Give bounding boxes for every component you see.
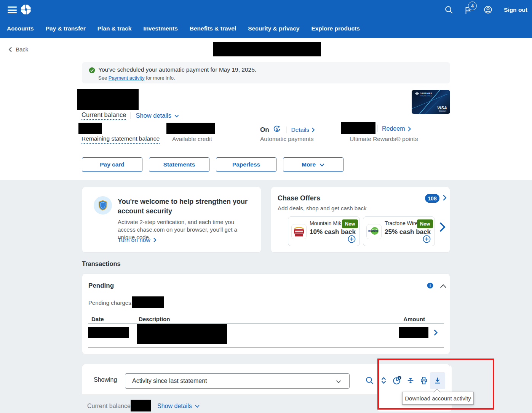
offer-merchant-name: Mountain Mik...	[310, 220, 346, 226]
security-promo-card: You're welcome to help strengthen your a…	[82, 187, 261, 253]
transactions-heading: Transactions	[82, 260, 121, 267]
chase-offers-card: Chase Offers 108 Add deals, shop and get…	[271, 187, 450, 253]
statements-button[interactable]: Statements	[149, 157, 209, 172]
card-tier: Signature	[439, 110, 446, 112]
credit-card-image: SAPPHIRE PREFERRED VISA Signature	[412, 90, 450, 114]
pay-card-button[interactable]: Pay card	[82, 157, 142, 172]
divider	[131, 112, 131, 119]
card-network: VISA	[437, 106, 447, 110]
offers-header-chevron-icon[interactable]	[443, 194, 447, 203]
redeem-link[interactable]: Redeem	[382, 125, 411, 132]
show-details-link[interactable]: Show details	[136, 112, 179, 119]
remaining-statement-label[interactable]: Remaining statement balance	[81, 135, 160, 144]
offers-scroll-right-button[interactable]	[439, 222, 446, 234]
offer-tile-tracfone[interactable]: Tracfone Tracfone Wirel... New 25% cash …	[363, 216, 435, 246]
collapse-chevron-icon[interactable]	[440, 283, 447, 290]
redacted-remaining-balance	[78, 123, 102, 134]
shield-icon	[94, 196, 112, 215]
profile-icon[interactable]	[483, 5, 493, 16]
redacted-transaction-description	[137, 324, 227, 344]
banner-message: You've scheduled your automatic payment …	[98, 66, 256, 73]
nav-plan-track[interactable]: Plan & track	[97, 25, 132, 32]
current-balance-row: Current balance Show details	[81, 111, 179, 120]
nav-investments[interactable]: Investments	[143, 25, 177, 32]
svg-text:$: $	[276, 127, 278, 131]
svg-text:$: $	[399, 376, 400, 379]
tracfone-logo: Tracfone	[366, 224, 382, 239]
download-icon[interactable]	[433, 376, 442, 387]
paperless-button[interactable]: Paperless	[216, 157, 276, 172]
card-name-line1: SAPPHIRE	[420, 92, 432, 94]
page: 4 Sign out Accounts Pay & transfer Plan …	[0, 0, 532, 413]
search-transactions-icon[interactable]	[365, 376, 374, 387]
payment-activity-link[interactable]: Payment activity	[109, 75, 145, 81]
sort-expand-icon[interactable]	[379, 376, 388, 386]
redacted-available-credit	[166, 123, 215, 134]
mountain-mikes-logo	[291, 224, 307, 239]
divider	[377, 125, 377, 132]
check-circle-icon	[89, 67, 95, 75]
nav-explore-products[interactable]: Explore products	[311, 25, 359, 32]
transaction-row-chevron-icon[interactable]	[433, 329, 438, 338]
chevron-down-icon	[174, 114, 179, 118]
card-name-line2: PREFERRED	[420, 95, 432, 97]
column-header-date: Date	[91, 316, 104, 322]
column-header-description: Description	[139, 316, 170, 322]
available-credit-label: Available credit	[172, 136, 212, 142]
current-balance-label[interactable]: Current balance	[81, 111, 126, 120]
showing-label: Showing	[94, 376, 117, 383]
hamburger-menu-icon[interactable]	[8, 6, 17, 15]
spending-chart-icon[interactable]: $	[392, 376, 402, 387]
chase-logo-icon[interactable]	[21, 4, 31, 16]
autopay-row: On $ Details	[260, 125, 315, 135]
rewards-label: Ultimate Rewards® points	[350, 136, 418, 142]
security-title: You're welcome to help strengthen your a…	[118, 197, 249, 216]
autopay-label: Automatic payments	[260, 136, 313, 142]
back-link[interactable]: Back	[8, 46, 28, 53]
redacted-rewards-points	[341, 122, 375, 134]
add-offer-icon[interactable]	[422, 235, 431, 245]
more-button[interactable]: More	[283, 157, 343, 172]
top-header-bar: 4 Sign out Accounts Pay & transfer Plan …	[0, 0, 532, 38]
table-row-divider	[88, 347, 444, 347]
nav-benefits-travel[interactable]: Benefits & travel	[190, 25, 236, 32]
autopay-details-link[interactable]: Details	[291, 126, 315, 133]
offer-new-badge: New	[342, 219, 358, 228]
chevron-down-icon	[195, 404, 200, 408]
offers-title: Chase Offers	[278, 194, 320, 202]
bottom-show-details-link[interactable]: Show details	[157, 403, 200, 410]
notification-count-badge: 4	[468, 2, 477, 10]
redacted-pending-amount	[132, 296, 164, 308]
divider	[154, 399, 154, 412]
pending-charges-label: Pending charges:	[88, 299, 133, 306]
collapse-rows-icon[interactable]	[406, 376, 415, 386]
turn-on-now-link[interactable]: Turn on now	[118, 237, 157, 243]
redacted-transaction-date	[88, 327, 129, 338]
chevron-left-icon	[8, 46, 12, 53]
offer-tile-mountain-mikes[interactable]: Mountain Mik... New 10% cash back	[288, 216, 360, 246]
offers-count-badge: 108	[425, 194, 439, 203]
divider	[286, 126, 286, 133]
column-header-amount: Amount	[396, 316, 425, 322]
info-icon[interactable]	[427, 282, 433, 290]
autopay-refresh-icon: $	[273, 125, 281, 135]
chevron-down-icon	[319, 163, 325, 167]
banner-subtext: See Payment activity for more info.	[98, 75, 175, 81]
chevron-right-icon	[312, 127, 315, 133]
search-icon[interactable]	[444, 5, 454, 16]
chevron-right-icon	[407, 126, 411, 132]
print-icon[interactable]	[419, 376, 428, 387]
offers-subtitle: Add deals, shop and get cash back	[278, 205, 367, 211]
nav-security-privacy[interactable]: Security & privacy	[248, 25, 299, 32]
bottom-current-balance-label: Current balance	[87, 403, 131, 410]
redacted-account-title	[213, 42, 321, 56]
add-offer-icon[interactable]	[347, 235, 356, 245]
nav-accounts[interactable]: Accounts	[7, 25, 34, 32]
main-nav: Accounts Pay & transfer Plan & track Inv…	[7, 25, 360, 32]
autopay-success-banner: You've scheduled your automatic payment …	[82, 62, 450, 83]
activity-filter-select[interactable]: Activity since last statement	[125, 373, 350, 389]
table-header-divider	[88, 323, 444, 323]
nav-pay-transfer[interactable]: Pay & transfer	[46, 25, 86, 32]
sign-out-button[interactable]: Sign out	[504, 6, 527, 13]
redacted-bottom-balance	[131, 400, 151, 411]
